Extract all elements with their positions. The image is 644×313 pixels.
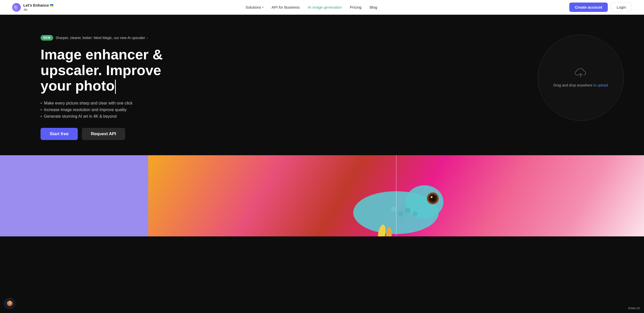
new-badge: NEW	[41, 35, 53, 41]
nav-pricing-link[interactable]: Pricing	[350, 5, 362, 9]
logo-icon	[12, 3, 21, 12]
bottom-section	[0, 155, 644, 236]
nav-actions: Create account Login	[569, 3, 632, 12]
bottom-left-panel	[0, 155, 148, 236]
hero-section: NEW Sharper, clearer, better: Meet Magic…	[0, 0, 644, 155]
svg-point-8	[431, 196, 433, 198]
upload-text: Drag and drop anywhere to upload	[553, 83, 608, 87]
bullet-1: Make every picture sharp and clear with …	[41, 101, 167, 106]
hero-content: NEW Sharper, clearer, better: Meet Magic…	[0, 15, 167, 155]
nav-links: Solutions ▾ API for Business AI image ge…	[245, 5, 377, 10]
svg-point-4	[406, 185, 444, 219]
nav-solutions-link[interactable]: Solutions ▾	[245, 5, 263, 9]
badge-text: Sharper, clearer, better: Meet Magic, ou…	[56, 36, 145, 40]
svg-point-9	[405, 207, 411, 213]
ai-image-label: AI image generation	[308, 5, 342, 9]
bullet-2: Increase image resolution and improve qu…	[41, 108, 167, 112]
cursor	[115, 80, 116, 94]
logo-io: .io	[23, 8, 53, 11]
upload-cloud-icon	[575, 68, 587, 79]
nav-api-link[interactable]: API for Business	[272, 5, 300, 9]
pricing-label: Pricing	[350, 5, 362, 9]
chameleon-image	[148, 155, 644, 236]
create-account-button[interactable]: Create account	[569, 3, 608, 12]
nav-ai-image-link[interactable]: AI image generation	[308, 5, 342, 9]
bullet-3-text: Generate stunning AI art in 4K & beyond	[44, 114, 117, 119]
login-button[interactable]: Login	[611, 3, 632, 12]
logo-text: Let's Enhance	[23, 3, 49, 8]
start-free-button[interactable]: Start free	[41, 128, 78, 140]
new-badge-row: NEW Sharper, clearer, better: Meet Magic…	[41, 35, 167, 41]
upload-link[interactable]: to upload	[593, 83, 608, 87]
title-text: Image enhancer & upscaler. Improve your …	[41, 46, 163, 94]
ukraine-flag: 🇺🇦	[50, 4, 53, 7]
bullet-1-text: Make every picture sharp and clear with …	[44, 101, 133, 106]
chevron-down-icon: ▾	[262, 6, 263, 9]
logo-link[interactable]: Let's Enhance 🇺🇦 .io	[12, 3, 53, 12]
hero-cta: Start free Request API	[41, 128, 167, 140]
bullet-2-text: Increase image resolution and improve qu…	[44, 108, 127, 112]
upload-instruction: Drag and drop anywhere	[553, 83, 593, 87]
navbar: Let's Enhance 🇺🇦 .io Solutions ▾ API for…	[0, 0, 644, 15]
hero-title: Image enhancer & upscaler. Improve your …	[41, 47, 167, 94]
svg-point-12	[391, 206, 396, 212]
badge-description: Sharper, clearer, better: Meet Magic, ou…	[56, 36, 148, 40]
api-label: API for Business	[272, 5, 300, 9]
nav-blog-link[interactable]: Blog	[370, 5, 377, 9]
svg-point-2	[14, 6, 17, 8]
svg-point-10	[399, 212, 403, 216]
blog-label: Blog	[370, 5, 377, 9]
request-api-button[interactable]: Request API	[82, 128, 125, 140]
solutions-label: Solutions	[245, 5, 261, 9]
arrow-icon: ›	[147, 36, 148, 40]
svg-point-11	[413, 212, 418, 216]
hero-bullets: Make every picture sharp and clear with …	[41, 101, 167, 119]
bullet-3: Generate stunning AI art in 4K & beyond	[41, 114, 167, 119]
upload-dropzone[interactable]: Drag and drop anywhere to upload	[538, 34, 624, 121]
